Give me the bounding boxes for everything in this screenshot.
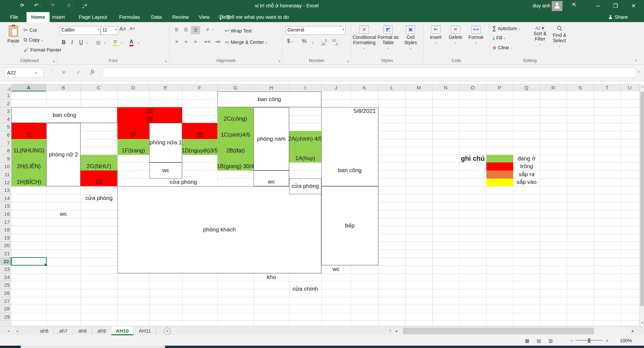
col-header-E[interactable]: E	[149, 84, 182, 91]
row-header-18[interactable]: 18	[0, 226, 11, 234]
zoom-slider-thumb[interactable]	[588, 338, 590, 343]
col-header-H[interactable]: H	[254, 84, 289, 91]
col-header-B[interactable]: B	[46, 84, 80, 91]
row-header-8[interactable]: 8	[0, 147, 11, 155]
room-1G[interactable]: 1G	[80, 170, 117, 186]
find-select-button[interactable]: Find &Select˅	[550, 25, 569, 49]
horizontal-scroll-thumb[interactable]	[403, 328, 594, 334]
redo-icon[interactable]: ↷ ˅	[50, 2, 58, 8]
col-header-T[interactable]: T	[594, 84, 621, 91]
formula-input[interactable]	[103, 68, 636, 78]
align-top-icon[interactable]: ☰	[172, 26, 180, 33]
col-header-G[interactable]: G	[217, 84, 254, 91]
scroll-up-icon[interactable]: ▴	[640, 84, 644, 89]
page-layout-view-icon[interactable]: ▤	[537, 338, 541, 343]
wrap-text-button[interactable]: ↩ Wrap Text	[225, 27, 252, 34]
menu-tab-file[interactable]: File	[5, 12, 23, 22]
cut-button[interactable]: ✂ Cut	[23, 27, 37, 33]
restore-button[interactable]: ❐	[608, 0, 623, 12]
storage[interactable]: kho	[254, 273, 289, 281]
legend-label-green[interactable]: đang ở	[513, 155, 540, 163]
legend-swatch-yellow[interactable]	[486, 179, 513, 187]
room-1C[interactable]: 1C(sinh)4/5	[217, 123, 254, 139]
tellme-box[interactable]: Tell me what you want to do	[227, 12, 289, 22]
room-1D[interactable]: 1D(nguyệt)3/5	[182, 139, 217, 155]
font-color-icon[interactable]: A	[129, 39, 133, 46]
row-header-5[interactable]: 5	[0, 123, 11, 131]
row-header-14[interactable]: 14	[0, 194, 11, 202]
sort-filter-button[interactable]: AZ▼ Sort &Filter˅	[531, 25, 549, 47]
name-box[interactable]: A22▾	[4, 68, 44, 78]
align-bottom-icon[interactable]: ☰	[191, 26, 200, 34]
alignment-dialog-launcher[interactable]: ⇘	[278, 59, 281, 63]
align-right-icon[interactable]: ≡	[191, 38, 199, 46]
accounting-format-icon[interactable]: $ ˅	[287, 38, 293, 44]
increase-indent-icon[interactable]: ⇥≡	[213, 38, 221, 46]
fill-button[interactable]: ⤓ Fill ˅	[492, 35, 505, 41]
underline-dropdown-icon[interactable]: ˅	[86, 42, 88, 45]
row-header-2[interactable]: 2	[0, 99, 11, 108]
row-header-20[interactable]: 20	[0, 241, 11, 250]
row-header-24[interactable]: 24	[0, 273, 11, 281]
col-header-R[interactable]: R	[540, 84, 567, 91]
underline-icon[interactable]: U	[79, 40, 83, 46]
sheet-tab-ah6[interactable]: ah6	[35, 326, 54, 335]
align-middle-icon[interactable]: ☰	[182, 26, 190, 33]
vertical-scroll-thumb[interactable]	[640, 92, 644, 306]
row-header-17[interactable]: 17	[0, 218, 11, 226]
col-header-F[interactable]: F	[182, 84, 217, 91]
room-2A[interactable]: 2A(chính) 4/5	[289, 131, 321, 147]
room-1F[interactable]: 1F(trang)	[117, 139, 149, 155]
select-all-corner[interactable]	[0, 84, 12, 92]
selected-cell[interactable]	[11, 257, 47, 266]
merge-center-button[interactable]: ⬄ Merge & Center ˅	[225, 39, 267, 45]
clipboard-dialog-launcher[interactable]: ⇘	[53, 59, 55, 63]
row-header-28[interactable]: 28	[0, 305, 11, 313]
menu-tab-help[interactable]: Help	[215, 12, 235, 22]
fill-color-icon[interactable]: 🜄	[113, 39, 118, 46]
col-header-U[interactable]: U	[621, 84, 639, 91]
customize-qat-icon[interactable]: ⸱͇˅	[83, 2, 88, 8]
italic-icon[interactable]: I	[71, 40, 73, 46]
align-left-icon[interactable]: ≡	[172, 38, 180, 46]
percent-style-icon[interactable]: %	[302, 38, 307, 44]
row-header-29[interactable]: 29	[0, 313, 11, 321]
room-1L[interactable]: 1L(NHUNG)	[11, 139, 46, 155]
room-1H[interactable]: 1H(BÍCH)	[11, 170, 46, 186]
room-2G[interactable]: 2G(NHƯ)	[80, 155, 117, 170]
balcony-top[interactable]: ban công	[217, 91, 321, 107]
col-header-P[interactable]: P	[486, 84, 513, 91]
zoom-in-icon[interactable]: +	[606, 338, 608, 343]
room-2E[interactable]: 2E	[117, 107, 182, 115]
menu-tab-insert[interactable]: Insert	[48, 12, 70, 22]
zoom-out-icon[interactable]: −	[570, 338, 573, 343]
fill-color-dropdown-icon[interactable]: ˅	[121, 42, 122, 45]
row-header-6[interactable]: 6	[0, 131, 11, 139]
align-center-icon[interactable]: ≡	[182, 38, 190, 46]
legend-swatch-green[interactable]	[486, 155, 513, 163]
row-header-9[interactable]: 9	[0, 155, 11, 163]
door-c[interactable]: cửa phòng	[80, 194, 117, 202]
borders-icon[interactable]: ⊞	[96, 40, 100, 46]
col-header-D[interactable]: D	[117, 84, 149, 91]
wc-j[interactable]: wc	[321, 265, 351, 273]
row-header-3[interactable]: 3	[0, 107, 11, 115]
horizontal-scrollbar[interactable]	[400, 327, 630, 335]
row-header-10[interactable]: 10	[0, 162, 11, 170]
paste-button[interactable]: Paste ˅	[6, 25, 21, 47]
clear-button[interactable]: ◆ Clear ˅	[492, 44, 513, 51]
col-header-I[interactable]: I	[289, 84, 321, 91]
col-header-A[interactable]: A	[11, 84, 46, 91]
hscroll-left-icon[interactable]: ◂	[395, 326, 397, 336]
col-header-Q[interactable]: Q	[513, 84, 540, 91]
row-header-11[interactable]: 11	[0, 170, 11, 179]
col-header-L[interactable]: L	[378, 84, 406, 91]
date-cell[interactable]: 5/8/2021	[351, 107, 378, 115]
legend-swatch-red[interactable]	[486, 162, 513, 170]
menu-tab-formulas[interactable]: Formulas	[114, 12, 145, 22]
sheet-tab-ah9[interactable]: ah9	[92, 326, 111, 335]
sheet-tab-ah7[interactable]: ah7	[54, 326, 73, 335]
cancel-icon[interactable]: ✕	[62, 69, 66, 75]
balcony-right[interactable]: ban công	[321, 155, 378, 186]
row-header-27[interactable]: 27	[0, 297, 11, 305]
